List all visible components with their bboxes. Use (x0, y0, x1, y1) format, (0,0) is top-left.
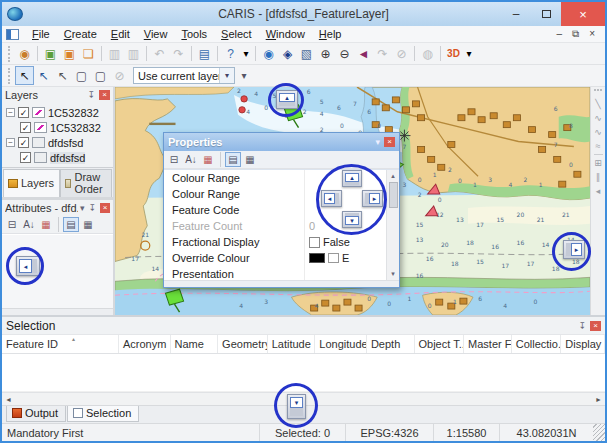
expander-icon[interactable]: − (6, 108, 15, 117)
toolbar-options-icon[interactable]: ▾ (240, 44, 252, 63)
menu-item-file[interactable]: File (25, 27, 57, 41)
mdi-document-icon[interactable] (6, 29, 19, 40)
close-button[interactable]: × (561, 2, 605, 26)
mdi-close-button[interactable]: × (589, 28, 595, 40)
table-view-icon[interactable]: ▦ (200, 152, 216, 167)
column-header-longitude[interactable]: Longitude (315, 335, 367, 353)
minimize-button[interactable]: – (501, 2, 531, 26)
help-icon[interactable]: ? (221, 44, 240, 63)
table-view-icon[interactable]: ▦ (38, 217, 54, 232)
column-header-feature-id[interactable]: Feature ID▴ (2, 335, 119, 353)
layer-combobox[interactable]: Use current layer ▾ (133, 67, 235, 84)
chevron-down-icon[interactable]: ▾ (373, 137, 382, 147)
column-header-master-f[interactable]: Master F... (464, 335, 512, 353)
print-icon[interactable]: ▤ (195, 44, 214, 63)
tab-selection[interactable]: Selection (67, 406, 139, 422)
globe-view-icon[interactable]: ◉ (259, 44, 278, 63)
collapse-strip-icon[interactable]: ◂ (596, 185, 601, 197)
column-header-display[interactable]: Display (561, 335, 605, 353)
column-header-acronym[interactable]: Acronym (119, 335, 171, 353)
maximize-button[interactable] (531, 2, 561, 26)
property-row[interactable]: Override Colour E (164, 250, 399, 266)
scroll-left-button[interactable]: ◂ (16, 256, 40, 276)
zoom-area-icon[interactable]: ▧ (297, 44, 316, 63)
sort-az-icon[interactable]: A↓ (21, 217, 37, 232)
add-feature-icon[interactable]: ⊞ (594, 157, 602, 169)
property-row[interactable]: Presentation (164, 266, 399, 280)
form-view-icon[interactable]: ▤ (63, 217, 79, 232)
status-scale[interactable]: 1:15580 (433, 424, 499, 441)
scrollbar-thumb[interactable] (389, 182, 398, 208)
pan-up-button[interactable]: ▴ (342, 170, 362, 187)
menu-item-edit[interactable]: Edit (104, 27, 137, 41)
select-lasso-icon[interactable]: ↖ (34, 66, 53, 85)
resize-grip[interactable] (593, 424, 605, 441)
pin-icon[interactable]: ↧ (576, 321, 588, 331)
selection-table-body[interactable] (2, 354, 605, 392)
zoom-world-icon[interactable]: ◈ (278, 44, 297, 63)
override-colour-swatch[interactable] (309, 253, 325, 263)
menu-item-create[interactable]: Create (57, 27, 104, 41)
3d-view-icon[interactable]: 3D (444, 44, 463, 63)
grid-view-icon[interactable]: ▦ (80, 217, 96, 232)
toolbar-options2-icon[interactable]: ▾ (463, 44, 475, 63)
select-arrow-icon[interactable]: ↖ (15, 66, 34, 85)
toolbar-grip[interactable] (8, 46, 12, 62)
properties-scrollbar[interactable]: ▴ ▾ (386, 170, 399, 280)
mdi-minimize-button[interactable]: – (556, 28, 562, 40)
selection-close-icon[interactable]: × (590, 321, 601, 331)
pan-right-button[interactable]: ▸ (362, 190, 383, 207)
folders-icon[interactable]: ❏ (79, 44, 98, 63)
mdi-restore-button[interactable]: ⧉ (572, 28, 579, 40)
menu-item-tools[interactable]: Tools (174, 27, 214, 41)
expander-icon[interactable]: − (6, 138, 15, 147)
properties-close-icon[interactable]: × (384, 137, 395, 147)
draw-curve2-icon[interactable]: ∿ (594, 126, 602, 138)
tree-row-selected[interactable]: ✓ dfdsfsd (6, 150, 113, 165)
select-rect-icon[interactable]: ▢ (72, 66, 91, 85)
open-chart-icon[interactable]: ▣ (41, 44, 60, 63)
layer-checkbox[interactable]: ✓ (18, 137, 29, 148)
draw-curve-icon[interactable]: ∿ (594, 112, 602, 124)
scroll-down-button[interactable]: ▾ (287, 394, 306, 419)
override-colour-swatch2[interactable] (328, 253, 339, 263)
toolbar2-options-icon[interactable]: ▾ (238, 66, 250, 85)
zoom-select-icon[interactable]: ◄ (354, 44, 373, 63)
property-row[interactable]: Fractional Display False (164, 234, 399, 250)
properties-title-bar[interactable]: Properties ▾ × (164, 133, 399, 151)
layers-close-icon[interactable]: × (99, 90, 110, 100)
scrollbar-down-icon[interactable]: ▾ (391, 268, 395, 280)
scrollbar-up-icon[interactable]: ▴ (391, 170, 395, 182)
hatch-icon[interactable]: ∥ (596, 171, 601, 183)
column-header-latitude[interactable]: Latitude (268, 335, 316, 353)
scroll-up-button[interactable]: ▴ (276, 90, 298, 109)
combobox-arrow-icon[interactable]: ▾ (219, 68, 234, 83)
tab-output[interactable]: Output (6, 406, 66, 422)
map-viewport[interactable]: 2454650432467602808789343012013421201512… (115, 87, 590, 315)
tab-draw-order[interactable]: Draw Order (60, 169, 112, 197)
menu-item-help[interactable]: Help (312, 27, 349, 41)
attributes-close-icon[interactable]: × (100, 203, 110, 213)
column-header-collectio[interactable]: Collectio... (512, 335, 562, 353)
layer-checkbox[interactable]: ✓ (20, 152, 31, 163)
new-chart-icon[interactable]: ◉ (15, 44, 34, 63)
tab-layers[interactable]: Layers (3, 169, 60, 197)
pin-icon[interactable]: ↧ (87, 203, 99, 213)
strip-grip[interactable] (594, 89, 602, 94)
import-chart-icon[interactable]: ▣ (60, 44, 79, 63)
layer-label[interactable]: dfdsfsd (48, 137, 83, 149)
pan-left-button[interactable]: ◂ (321, 190, 342, 207)
layer-label[interactable]: dfdsfsd (50, 152, 85, 164)
pin-icon[interactable]: ↧ (85, 90, 97, 100)
draw-line-icon[interactable]: ╲ (595, 98, 600, 110)
scroll-right-arrow-icon[interactable]: ► (595, 396, 602, 403)
grid-view-icon[interactable]: ▦ (242, 152, 258, 167)
chevron-down-icon[interactable]: ▾ (78, 203, 87, 213)
zoom-out-icon[interactable]: ⊖ (335, 44, 354, 63)
form-view-icon[interactable]: ▤ (225, 152, 241, 167)
pan-down-button[interactable]: ▾ (342, 211, 362, 228)
layer-label[interactable]: 1C532832 (50, 122, 101, 134)
fractional-display-checkbox[interactable] (309, 237, 320, 248)
column-header-object-t[interactable]: Object T... (415, 335, 465, 353)
select-rect2-icon[interactable]: ▢ (91, 66, 110, 85)
